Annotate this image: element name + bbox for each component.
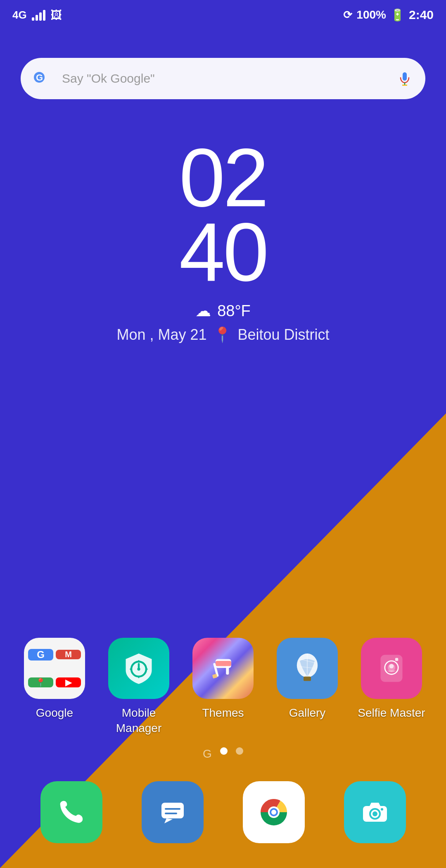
status-bar: 4G 🖼 ⟳ 100% 🔋 2:40 <box>0 0 446 30</box>
date-label: Mon , May 21 <box>116 326 206 343</box>
mobile-manager-app-label: Mobile Manager <box>104 706 174 736</box>
dock-messages[interactable] <box>142 781 204 843</box>
google-logo: G <box>33 68 54 89</box>
svg-point-6 <box>137 668 140 670</box>
svg-point-34 <box>271 810 276 815</box>
image-icon: 🖼 <box>50 8 62 22</box>
weather-row: ☁ 88°F <box>195 302 251 320</box>
svg-point-37 <box>372 811 377 816</box>
app-item-mobile-manager[interactable]: Mobile Manager <box>104 638 174 736</box>
gallery-app-label: Gallery <box>289 706 326 720</box>
page-indicator-active[interactable] <box>220 747 228 755</box>
svg-rect-28 <box>161 803 184 818</box>
svg-rect-20 <box>304 677 311 681</box>
svg-point-27 <box>389 664 394 668</box>
battery-icon: 🔋 <box>390 8 405 22</box>
clock-widget: 02 40 ☁ 88°F Mon , May 21 📍 Beitou Distr… <box>0 136 446 343</box>
dock-phone[interactable] <box>40 781 102 843</box>
dock-camera[interactable] <box>344 781 406 843</box>
location-pin-icon: 📍 <box>213 326 232 343</box>
clock-minute: 40 <box>179 211 267 293</box>
microphone-icon[interactable] <box>396 70 413 87</box>
gallery-app-icon <box>277 638 338 699</box>
location-label: Beitou District <box>238 326 330 343</box>
network-type-label: 4G <box>12 9 27 21</box>
selfie-master-app-label: Selfie Master <box>358 706 425 720</box>
svg-text:G: G <box>36 72 43 83</box>
mobile-manager-app-icon <box>108 638 169 699</box>
cloud-icon: ☁ <box>195 302 211 320</box>
themes-app-label: Themes <box>202 706 244 720</box>
app-item-themes[interactable]: Themes <box>188 638 258 720</box>
search-placeholder[interactable]: Say "Ok Google" <box>62 72 388 86</box>
signal-icon <box>32 9 45 21</box>
google-app-icon: G M 📍 ▶ <box>24 638 85 699</box>
rotation-icon: ⟳ <box>343 9 352 21</box>
page-indicator-g[interactable]: G <box>203 747 212 761</box>
svg-point-38 <box>381 808 383 811</box>
page-indicators: G <box>0 747 446 761</box>
selfie-master-app-icon <box>361 638 422 699</box>
svg-rect-15 <box>212 674 218 678</box>
dock-chrome[interactable] <box>243 781 305 843</box>
app-item-gallery[interactable]: Gallery <box>272 638 342 720</box>
google-search-bar[interactable]: G Say "Ok Google" <box>21 58 425 99</box>
app-grid: G M 📍 ▶ Google Mobile Manager <box>0 638 446 736</box>
svg-rect-26 <box>395 658 398 661</box>
dock <box>0 781 446 843</box>
status-right: ⟳ 100% 🔋 2:40 <box>343 8 434 22</box>
app-item-google[interactable]: G M 📍 ▶ Google <box>19 638 90 720</box>
google-app-label: Google <box>36 706 73 720</box>
date-row: Mon , May 21 📍 Beitou District <box>116 326 329 343</box>
battery-percent-label: 100% <box>356 8 386 21</box>
svg-rect-13 <box>216 661 231 666</box>
page-indicator-inactive[interactable] <box>236 747 243 755</box>
status-left: 4G 🖼 <box>12 8 62 22</box>
app-item-selfie-master[interactable]: Selfie Master <box>356 638 427 720</box>
themes-app-icon <box>192 638 254 699</box>
temperature-label: 88°F <box>217 302 251 320</box>
clock-status-label: 2:40 <box>409 8 434 22</box>
